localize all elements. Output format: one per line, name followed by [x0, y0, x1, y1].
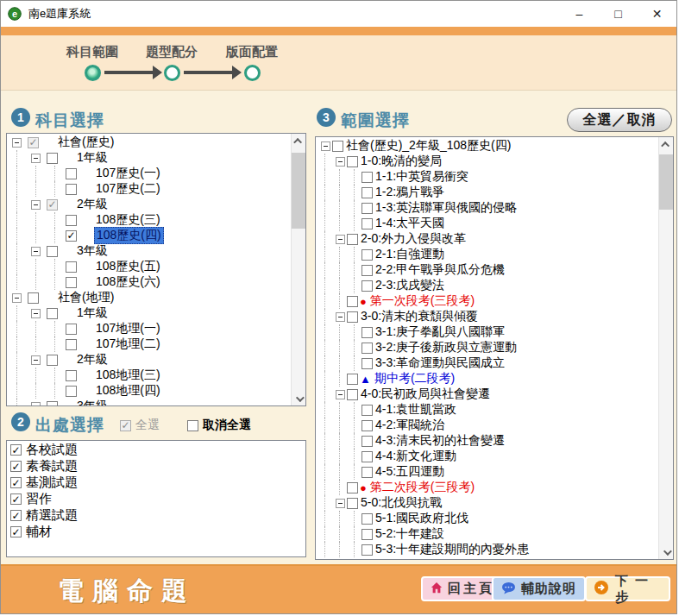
checkbox[interactable]: ✓ [10, 477, 22, 488]
checkbox[interactable] [66, 168, 77, 179]
checkbox[interactable] [47, 401, 58, 406]
checkbox[interactable] [28, 292, 39, 304]
scroll-up-icon[interactable] [659, 137, 673, 151]
collapse-minus-icon[interactable] [336, 235, 345, 244]
collapse-minus-icon[interactable] [12, 138, 22, 148]
tree-item[interactable]: ✓社會(歷史) [9, 135, 291, 150]
checkbox[interactable] [362, 343, 373, 354]
checkbox[interactable] [362, 420, 373, 431]
tree-item[interactable]: 4-4:新文化運動 [317, 449, 658, 464]
checkbox[interactable] [362, 529, 373, 540]
step-dot-2[interactable] [164, 65, 180, 81]
minimize-button[interactable]: – [560, 1, 599, 27]
checkbox[interactable]: ✓ [66, 230, 77, 242]
checkbox[interactable] [362, 203, 373, 214]
tree-item[interactable]: 2-0:外力入侵與改革 [317, 231, 658, 247]
checkbox[interactable] [362, 451, 373, 462]
tree-item[interactable]: ●第二次段考(三段考) [317, 480, 658, 495]
subject-tree-scrollbar[interactable] [291, 134, 305, 405]
tree-item[interactable]: 3-3:革命運動與民國成立 [317, 355, 658, 371]
tree-item[interactable]: 108歷史(三) [9, 212, 291, 228]
checkbox[interactable] [66, 339, 77, 350]
collapse-minus-icon[interactable] [12, 293, 22, 303]
tree-item[interactable]: 3-1:庚子拳亂與八國聯軍 [317, 324, 658, 340]
list-item[interactable]: ✓精選試題 [9, 507, 305, 524]
range-tree-scrollbar[interactable] [658, 137, 673, 559]
tree-item[interactable]: 107地理(一) [9, 321, 291, 336]
checkbox[interactable] [362, 218, 373, 229]
list-item[interactable]: ✓輔材 [9, 524, 305, 540]
collapse-minus-icon[interactable] [31, 402, 41, 406]
collapse-minus-icon[interactable] [336, 157, 345, 167]
tree-item[interactable]: ●第一次段考(三段考) [317, 293, 658, 309]
checkbox[interactable] [66, 386, 77, 397]
tree-item[interactable]: 3年級 [9, 399, 291, 405]
deselect-all-checkbox[interactable] [187, 420, 198, 431]
checkbox[interactable] [362, 544, 373, 556]
collapse-minus-icon[interactable] [336, 499, 345, 508]
maximize-button[interactable]: □ [599, 1, 638, 27]
collapse-minus-icon[interactable] [31, 200, 41, 210]
tree-item[interactable]: 108歷史(五) [9, 259, 291, 274]
tree-item[interactable]: 2年級 [9, 352, 291, 368]
checkbox[interactable] [66, 277, 77, 288]
tree-item[interactable]: ✓108歷史(四) [9, 228, 291, 243]
tree-item[interactable]: 5-1:國民政府北伐 [317, 511, 658, 526]
checkbox[interactable]: ✓ [10, 510, 22, 521]
list-item[interactable]: ✓素養試題 [9, 458, 305, 475]
collapse-minus-icon[interactable] [336, 390, 345, 399]
tree-item[interactable]: 3-2:庚子後新政與立憲運動 [317, 340, 658, 355]
checkbox[interactable] [362, 172, 373, 183]
scrollbar-thumb[interactable] [659, 154, 673, 210]
tree-item[interactable]: 108地理(四) [9, 383, 291, 399]
tree-item[interactable]: 1-4:太平天國 [317, 216, 658, 231]
checkbox[interactable] [362, 358, 373, 369]
tree-item[interactable]: 5-2:十年建設 [317, 526, 658, 542]
checkbox[interactable] [66, 215, 77, 226]
tree-item[interactable]: 5-3:十年建設期間的內憂外患 [317, 542, 658, 557]
checkbox[interactable] [362, 280, 373, 292]
tree-item[interactable]: 1年級 [9, 305, 291, 321]
checkbox[interactable] [66, 370, 77, 381]
scrollbar-thumb[interactable] [292, 153, 305, 229]
tree-item[interactable]: 3年級 [9, 243, 291, 259]
scroll-down-icon[interactable] [292, 392, 305, 405]
checkbox[interactable] [47, 308, 58, 319]
select-all-checkbox[interactable]: ✓ [120, 420, 131, 431]
checkbox[interactable] [362, 436, 373, 447]
checkbox[interactable] [362, 405, 373, 416]
tree-item[interactable]: 1-1:中英貿易衝突 [317, 169, 658, 185]
checkbox[interactable]: ✓ [47, 199, 58, 211]
tree-item[interactable]: 108地理(三) [9, 368, 291, 383]
checkbox[interactable] [347, 156, 358, 167]
tree-item[interactable]: 1-0:晚清的變局 [317, 154, 658, 169]
checkbox[interactable] [362, 249, 373, 261]
checkbox[interactable] [347, 389, 358, 400]
close-button[interactable]: ✕ [638, 1, 676, 27]
collapse-minus-icon[interactable] [321, 141, 330, 151]
tree-item[interactable]: 1-3:英法聯軍與俄國的侵略 [317, 200, 658, 216]
tree-item[interactable]: 107歷史(二) [9, 181, 291, 197]
checkbox[interactable]: ✓ [28, 137, 39, 148]
tree-item[interactable]: 社會(歷史)_2年級_108歷史(四) [317, 138, 658, 154]
checkbox[interactable]: ✓ [10, 444, 22, 456]
next-button[interactable]: 下一步 [585, 576, 670, 601]
tree-item[interactable]: 4-3:清末民初的社會變遷 [317, 433, 658, 449]
checkbox[interactable] [347, 311, 358, 323]
collapse-minus-icon[interactable] [31, 355, 41, 365]
tree-item[interactable]: 1年級 [9, 150, 291, 166]
checkbox[interactable] [362, 513, 373, 525]
tree-item[interactable]: ▲期中考(二段考) [317, 371, 658, 387]
help-button[interactable]: 輔助說明 [492, 576, 586, 601]
tree-item[interactable]: 1-2:鴉片戰爭 [317, 185, 658, 200]
tree-item[interactable]: 4-5:五四運動 [317, 464, 658, 480]
tree-item[interactable]: 108歷史(六) [9, 274, 291, 290]
checkbox[interactable] [66, 324, 77, 335]
collapse-minus-icon[interactable] [31, 154, 41, 163]
checkbox[interactable] [47, 355, 58, 366]
list-item[interactable]: ✓基測試題 [9, 475, 305, 491]
checkbox[interactable] [347, 482, 358, 493]
scroll-up-icon[interactable] [292, 134, 305, 148]
step-dot-1[interactable] [85, 65, 101, 81]
list-item[interactable]: ✓習作 [9, 491, 305, 507]
